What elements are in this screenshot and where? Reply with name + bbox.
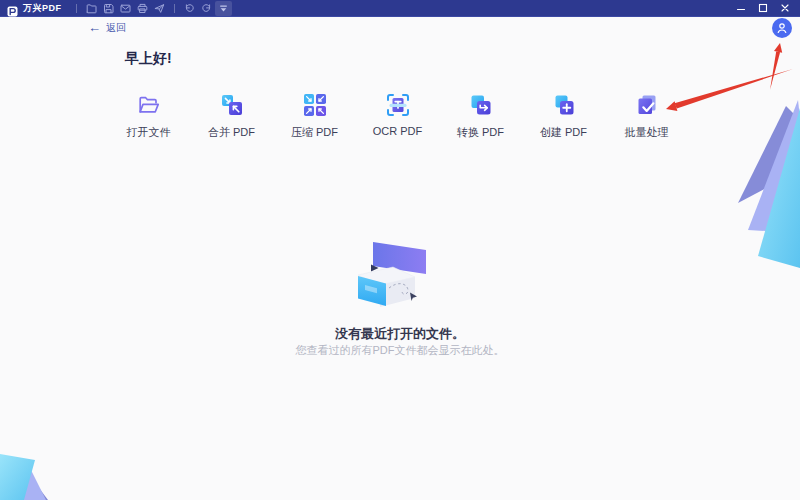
action-label: OCR PDF (373, 125, 423, 137)
action-compress-pdf[interactable]: 压缩 PDF (273, 92, 356, 140)
titlebar: 万兴PDF (0, 0, 800, 17)
quick-actions-row: 打开文件 合并 PDF (107, 92, 688, 140)
save-icon[interactable] (100, 1, 117, 16)
back-arrow-icon: ← (88, 22, 101, 34)
action-ocr-pdf[interactable]: OCR PDF (356, 92, 439, 140)
action-label: 转换 PDF (457, 125, 504, 140)
app-title: 万兴PDF (23, 2, 62, 15)
action-create-pdf[interactable]: 创建 PDF (522, 92, 605, 140)
arrow-to-avatar (770, 43, 782, 90)
action-label: 合并 PDF (208, 125, 255, 140)
minimize-button[interactable] (734, 2, 747, 15)
print-icon[interactable] (134, 1, 151, 16)
action-open-file[interactable]: 打开文件 (107, 92, 190, 140)
action-label: 压缩 PDF (291, 125, 338, 140)
open-folder-icon[interactable] (83, 1, 100, 16)
toolbar-divider (76, 4, 77, 13)
convert-pdf-icon (468, 92, 494, 118)
create-pdf-icon (551, 92, 577, 118)
batch-process-icon (634, 92, 660, 118)
close-button[interactable] (778, 2, 791, 15)
decorative-triangles-right (720, 98, 800, 273)
window-controls (734, 2, 800, 15)
action-label: 批量处理 (625, 125, 669, 140)
empty-state-illustration (340, 238, 472, 310)
undo-icon[interactable] (181, 1, 198, 16)
person-icon (775, 21, 789, 35)
toolbar-divider (174, 4, 175, 13)
ocr-pdf-icon (385, 92, 411, 118)
decorative-triangles-left (0, 448, 60, 500)
share-icon[interactable] (151, 1, 168, 16)
app-window: 万兴PDF (0, 0, 800, 500)
redo-icon[interactable] (198, 1, 215, 16)
greeting-text: 早上好! (125, 50, 172, 68)
action-batch-process[interactable]: 批量处理 (605, 92, 688, 140)
account-avatar-button[interactable] (772, 18, 792, 38)
compress-pdf-icon (302, 92, 328, 118)
email-icon[interactable] (117, 1, 134, 16)
merge-pdf-icon (219, 92, 245, 118)
action-convert-pdf[interactable]: 转换 PDF (439, 92, 522, 140)
hide-toolbar-icon[interactable] (215, 1, 232, 16)
open-file-icon (136, 92, 162, 118)
back-button[interactable]: ← 返回 (88, 21, 126, 35)
empty-state-subtitle: 您查看过的所有PDF文件都会显示在此处。 (0, 343, 800, 358)
empty-state-title: 没有最近打开的文件。 (0, 325, 800, 343)
action-merge-pdf[interactable]: 合并 PDF (190, 92, 273, 140)
app-logo-icon (7, 3, 18, 14)
action-label: 打开文件 (127, 125, 171, 140)
maximize-button[interactable] (756, 2, 769, 15)
action-label: 创建 PDF (540, 125, 587, 140)
back-label: 返回 (106, 21, 126, 35)
